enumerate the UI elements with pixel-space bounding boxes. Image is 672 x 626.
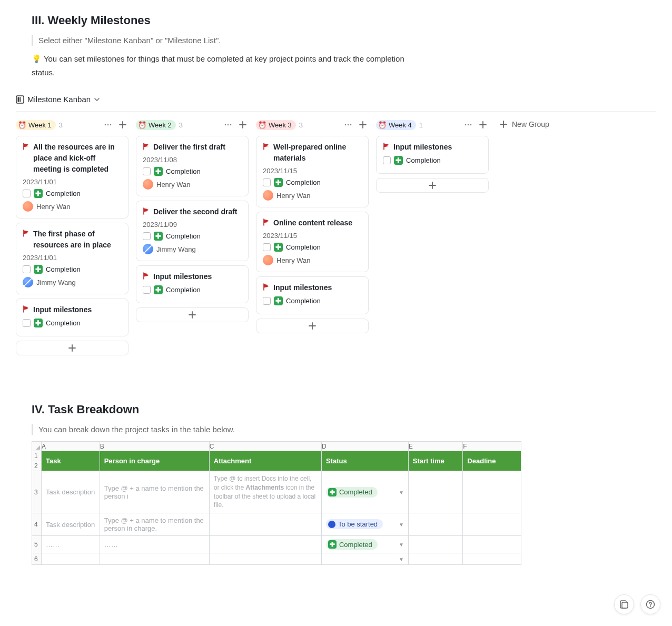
status-cell[interactable]: ▼ <box>321 553 408 565</box>
dropdown-arrow-icon[interactable]: ▼ <box>399 542 404 548</box>
row-num[interactable]: 2 <box>32 461 42 471</box>
kanban-card[interactable]: Input milestones✚Completion <box>16 299 129 336</box>
col-letter[interactable]: D <box>321 442 408 451</box>
completion-checkbox[interactable] <box>23 265 31 273</box>
table-row[interactable]: 3 Task description Type @ + a name to me… <box>32 471 521 513</box>
attachment-cell[interactable]: Type @ to insert Docs into the cell, or … <box>209 471 321 513</box>
week-badge[interactable]: ⏰Week 3 <box>256 120 296 130</box>
start-cell[interactable] <box>408 513 463 536</box>
col-letter[interactable]: E <box>408 442 463 451</box>
help-button[interactable] <box>640 594 660 597</box>
attachment-cell[interactable] <box>209 553 321 565</box>
column-add-button[interactable] <box>477 119 489 131</box>
svg-point-13 <box>468 124 469 126</box>
kanban-board: ⏰Week 13All the resources are in place a… <box>16 112 656 361</box>
completion-checkbox[interactable] <box>143 232 151 240</box>
status-tobestarted-pill[interactable]: To be started <box>326 519 383 529</box>
person-cell[interactable] <box>100 553 209 565</box>
column-add-button[interactable] <box>357 119 369 131</box>
kanban-card[interactable]: Well-prepared online materials2023/11/15… <box>256 136 369 207</box>
task-cell[interactable]: Task description <box>42 471 100 513</box>
column-add-button[interactable] <box>237 119 249 131</box>
kanban-card[interactable]: Online content release2023/11/15✚Complet… <box>256 212 369 272</box>
person-cell[interactable]: Type @ + a name to mention the person in… <box>100 513 209 536</box>
card-title: Input milestones <box>33 304 92 315</box>
completion-checkbox[interactable] <box>263 297 271 305</box>
deadline-cell[interactable] <box>463 513 521 536</box>
col-letter[interactable]: A <box>42 442 100 451</box>
completion-checkbox[interactable] <box>263 178 271 186</box>
header-status: Status <box>321 451 408 471</box>
attachment-cell[interactable] <box>209 513 321 536</box>
column-more-button[interactable] <box>222 119 234 131</box>
new-group-button[interactable]: New Group <box>496 119 552 130</box>
completion-checkbox[interactable] <box>23 319 31 327</box>
task-cell[interactable]: …… <box>42 536 100 553</box>
kanban-card[interactable]: The first phase of resources are in plac… <box>16 223 129 294</box>
task-cell[interactable]: Task description <box>42 513 100 536</box>
plus-icon: ✚ <box>34 265 43 274</box>
row-num[interactable]: 3 <box>32 471 42 513</box>
completion-checkbox[interactable] <box>23 190 31 197</box>
column-more-button[interactable] <box>342 119 354 131</box>
week-badge[interactable]: ⏰Week 2 <box>136 120 176 130</box>
dropdown-arrow-icon[interactable]: ▼ <box>399 522 404 528</box>
week-badge[interactable]: ⏰Week 4 <box>376 120 416 130</box>
kanban-card[interactable]: Input milestones✚Completion <box>136 265 249 303</box>
task-table[interactable]: A B C D E F 1 Task Person in charge Atta… <box>32 441 521 565</box>
kanban-card[interactable]: All the resources are in place and kick-… <box>16 136 129 218</box>
start-cell[interactable] <box>408 471 463 513</box>
plus-icon: ✚ <box>154 285 163 294</box>
status-cell[interactable]: ✚ Completed ▼ <box>321 536 408 553</box>
kanban-card[interactable]: Input milestones✚Completion <box>256 276 369 314</box>
col-letter[interactable]: B <box>100 442 209 451</box>
column-more-button[interactable] <box>102 119 114 131</box>
add-card-button[interactable] <box>16 341 129 355</box>
row-num[interactable]: 4 <box>32 513 42 536</box>
table-row[interactable]: 6 ▼ <box>32 553 521 565</box>
new-group-label: New Group <box>512 120 549 128</box>
table-row[interactable]: 4 Task description Type @ + a name to me… <box>32 513 521 536</box>
status-cell[interactable]: To be started ▼ <box>321 513 408 536</box>
deadline-cell[interactable] <box>463 471 521 513</box>
deadline-cell[interactable] <box>463 536 521 553</box>
task-cell[interactable] <box>42 553 100 565</box>
sheet-corner[interactable] <box>32 442 42 451</box>
kanban-card[interactable]: Deliver the first draft2023/11/08✚Comple… <box>136 136 249 196</box>
start-cell[interactable] <box>408 536 463 553</box>
column-more-button[interactable] <box>462 119 474 131</box>
completion-checkbox[interactable] <box>383 156 391 164</box>
status-completed-pill[interactable]: ✚ Completed <box>326 539 378 550</box>
svg-point-9 <box>345 124 347 126</box>
kanban-card[interactable]: Deliver the second draft2023/11/09✚Compl… <box>136 201 249 261</box>
svg-point-5 <box>110 124 112 126</box>
completion-checkbox[interactable] <box>263 243 271 251</box>
completion-checkbox[interactable] <box>143 167 151 175</box>
week-badge[interactable]: ⏰Week 1 <box>16 120 56 130</box>
add-card-button[interactable] <box>256 319 369 333</box>
kanban-card[interactable]: Input milestones✚Completion <box>376 136 489 174</box>
row-num[interactable]: 1 <box>32 451 42 461</box>
card-date: 2023/11/15 <box>263 167 362 175</box>
row-num[interactable]: 5 <box>32 536 42 553</box>
view-switch[interactable]: Milestone Kanban <box>16 90 656 109</box>
add-card-button[interactable] <box>376 178 489 193</box>
deadline-cell[interactable] <box>463 553 521 565</box>
table-row[interactable]: 5 …… …… ✚ Completed ▼ <box>32 536 521 553</box>
completion-checkbox[interactable] <box>143 286 151 294</box>
column-add-button[interactable] <box>117 119 129 131</box>
attachment-cell[interactable] <box>209 536 321 553</box>
col-letter[interactable]: C <box>209 442 321 451</box>
row-num[interactable]: 6 <box>32 553 42 565</box>
status-completed-pill[interactable]: ✚ Completed <box>326 487 378 498</box>
dropdown-arrow-icon[interactable]: ▼ <box>399 489 404 495</box>
start-cell[interactable] <box>408 553 463 565</box>
person-cell[interactable]: Type @ + a name to mention the person i <box>100 471 209 513</box>
status-cell[interactable]: ✚ Completed ▼ <box>321 471 408 513</box>
dropdown-arrow-icon[interactable]: ▼ <box>399 556 404 562</box>
col-letter[interactable]: F <box>463 442 521 451</box>
person-cell[interactable]: …… <box>100 536 209 553</box>
card-title: Input milestones <box>153 271 212 282</box>
add-card-button[interactable] <box>136 307 249 322</box>
template-button[interactable] <box>614 594 634 597</box>
